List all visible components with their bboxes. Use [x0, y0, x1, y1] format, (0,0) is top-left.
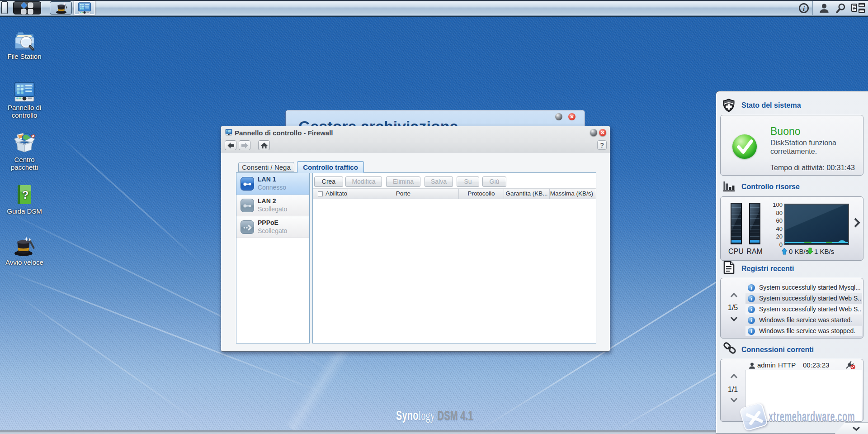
svg-text:?: ?	[22, 189, 29, 201]
svg-text:i: i	[803, 5, 805, 12]
